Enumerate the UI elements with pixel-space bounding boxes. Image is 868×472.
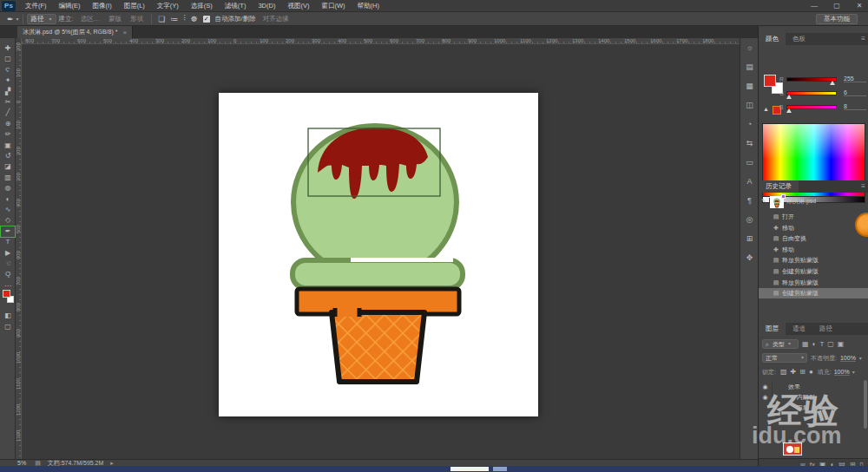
blur-tool[interactable]: ◍: [1, 183, 15, 193]
crop-tool[interactable]: ▞: [1, 87, 15, 97]
hand-tool[interactable]: ☜: [1, 259, 15, 269]
gamut-warning-icon[interactable]: ▲: [763, 106, 769, 112]
clone-source-icon[interactable]: ⇆: [743, 137, 756, 149]
panel-menu-icon[interactable]: ≡: [861, 33, 865, 45]
menu-item-10[interactable]: 帮助(H): [352, 0, 385, 12]
path-alignment-icon[interactable]: ≔: [168, 15, 181, 23]
blend-mode-select[interactable]: 正常 ▾: [762, 353, 807, 363]
lock-transparent-icon[interactable]: ▨: [779, 368, 789, 376]
channel-slider[interactable]: [786, 91, 837, 95]
lasso-tool[interactable]: Ϛ: [1, 65, 15, 75]
channel-value[interactable]: 6: [844, 89, 866, 96]
gear-icon[interactable]: ☸: [188, 15, 201, 23]
timeline-icon[interactable]: ◎: [743, 213, 756, 226]
workspace-switcher-button[interactable]: 基本功能: [816, 14, 858, 24]
history-brush-tool[interactable]: ↺: [1, 151, 15, 161]
gradient-tool[interactable]: ▥: [1, 173, 15, 183]
filter-pixel-icon[interactable]: ▦: [800, 340, 811, 348]
tab-color[interactable]: 颜色: [759, 33, 786, 45]
quick-mask-icon[interactable]: ◧: [1, 311, 15, 321]
filter-shape-icon[interactable]: ▢: [825, 340, 836, 348]
brush-settings-icon[interactable]: ▭: [743, 156, 756, 168]
slider-knob[interactable]: [786, 95, 792, 99]
screen-mode-icon[interactable]: ▢: [1, 322, 15, 332]
zoom-tool[interactable]: Q: [1, 269, 15, 279]
dodge-tool[interactable]: ◐: [1, 194, 15, 205]
filter-smart-object-icon[interactable]: ▣: [836, 340, 846, 348]
channel-value[interactable]: 8: [844, 103, 866, 110]
eraser-tool[interactable]: ◪: [1, 161, 15, 172]
tab-paths[interactable]: 路径: [812, 323, 839, 335]
paragraph-icon[interactable]: ¶: [743, 194, 756, 206]
marquee-tool[interactable]: ▢: [1, 54, 15, 64]
make-button-0[interactable]: 选区…: [76, 15, 105, 23]
align-edges-label[interactable]: 对齐边缘: [259, 15, 293, 23]
taskbar-item[interactable]: [493, 467, 507, 471]
minimize-button[interactable]: —: [809, 0, 819, 12]
tab-close-icon[interactable]: ×: [122, 29, 127, 36]
make-button-1[interactable]: 蒙版: [104, 15, 126, 23]
foreground-color-swatch[interactable]: [3, 290, 10, 298]
menu-item-0[interactable]: 文件(F): [19, 0, 53, 12]
clone-stamp-tool[interactable]: ▣: [1, 141, 15, 151]
canvas-area[interactable]: [22, 44, 740, 460]
brush-tool[interactable]: ✏: [1, 129, 15, 140]
menu-item-8[interactable]: 视图(V): [281, 0, 315, 12]
active-tool-icon[interactable]: ✒: [4, 15, 16, 23]
tool-preset-caret-icon[interactable]: ▾: [16, 16, 19, 22]
history-item-0[interactable]: ▤打开: [759, 212, 868, 222]
slice-tool[interactable]: ✂: [1, 97, 15, 108]
fill-value[interactable]: 100%: [834, 369, 850, 376]
windows-taskbar[interactable]: [0, 466, 868, 472]
adjustments-icon[interactable]: ☼: [743, 42, 756, 54]
styles-icon[interactable]: ▤: [743, 61, 756, 73]
menu-item-4[interactable]: 文字(Y): [151, 0, 185, 12]
move-tool[interactable]: ✚: [1, 43, 15, 54]
history-item-2[interactable]: ▤自由变换: [759, 233, 868, 244]
history-item-4[interactable]: ▤释放剪贴蒙版: [759, 255, 868, 266]
shape-extra-tool[interactable]: ◇: [1, 215, 15, 226]
lock-image-icon[interactable]: ⊞: [798, 368, 807, 376]
document-tab[interactable]: 冰淇淋.psd @ 5%(图层 4, RGB/8) * ×: [17, 26, 133, 38]
close-button[interactable]: ✕: [854, 0, 865, 12]
history-item-1[interactable]: ✚移动: [759, 223, 868, 233]
eyedropper-tool[interactable]: ╱: [1, 108, 15, 118]
filter-adjustment-icon[interactable]: ◐: [811, 340, 819, 348]
histogram-icon[interactable]: ▦: [743, 80, 756, 92]
pen-mode-select[interactable]: 路径 ▾: [27, 14, 56, 24]
history-item-6[interactable]: ▤释放剪贴蒙版: [759, 278, 868, 288]
channel-value[interactable]: 255: [844, 75, 866, 82]
tab-layers[interactable]: 图层: [759, 323, 786, 335]
menu-item-2[interactable]: 图像(I): [87, 0, 118, 12]
type-tool[interactable]: T: [1, 237, 15, 247]
tab-swatches[interactable]: 色板: [786, 33, 812, 45]
path-operations-icon[interactable]: ❏: [155, 15, 168, 23]
navigator-icon[interactable]: ◫: [743, 99, 756, 111]
history-item-5[interactable]: ▤创建剪贴蒙版: [759, 266, 868, 277]
info-icon[interactable]: ◔: [743, 118, 756, 130]
tab-history[interactable]: 历史记录: [759, 180, 799, 193]
path-selection-tool[interactable]: ▶: [1, 248, 15, 259]
opacity-value[interactable]: 100%: [840, 355, 856, 362]
history-snapshot[interactable]: ✎冰淇淋.psd: [759, 194, 868, 208]
libraries-icon[interactable]: ⊞: [743, 233, 756, 245]
lock-all-icon[interactable]: ●: [807, 368, 815, 376]
menu-item-6[interactable]: 滤镜(T): [219, 0, 253, 12]
menu-item-3[interactable]: 图层(L): [118, 0, 151, 12]
foreground-color-swatch[interactable]: [764, 75, 776, 87]
history-brush-source-icon[interactable]: ✎: [759, 198, 770, 205]
healing-brush-tool[interactable]: ⊕: [1, 119, 15, 129]
tab-channels[interactable]: 通道: [786, 323, 812, 335]
make-button-2[interactable]: 形状: [126, 15, 148, 23]
quick-selection-tool[interactable]: ✦: [1, 75, 15, 86]
smudge-tool[interactable]: ∿: [1, 205, 15, 215]
panel-menu-icon[interactable]: ≡: [861, 180, 865, 193]
artboard[interactable]: [219, 93, 538, 416]
menu-item-7[interactable]: 3D(D): [252, 0, 281, 12]
channel-slider[interactable]: [786, 105, 837, 109]
layers-scrollbar[interactable]: [864, 380, 867, 429]
menu-item-1[interactable]: 编辑(E): [53, 0, 87, 12]
lock-position-icon[interactable]: ✚: [789, 368, 799, 376]
slider-knob[interactable]: [830, 81, 835, 85]
history-item-7[interactable]: ▤创建剪贴蒙版: [759, 288, 868, 298]
